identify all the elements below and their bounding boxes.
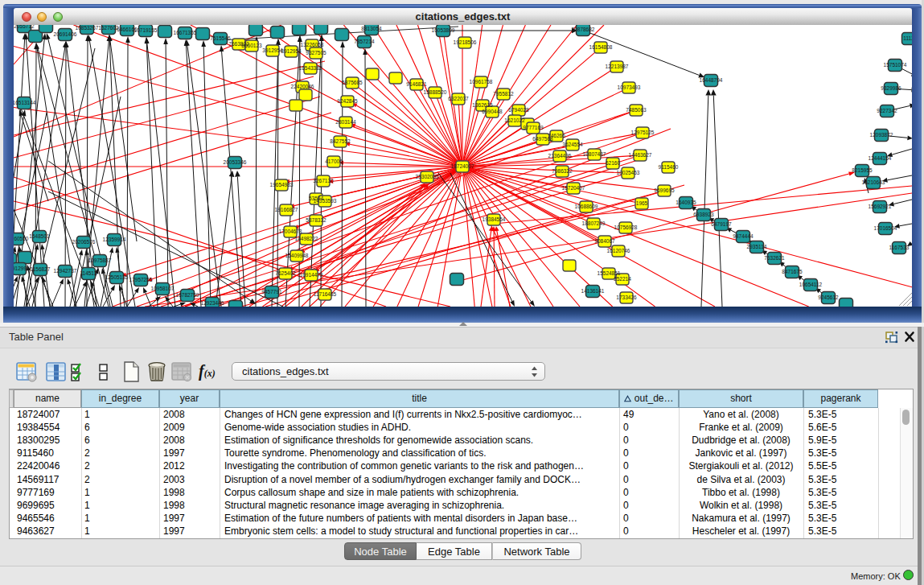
svg-text:7986322: 7986322 — [552, 168, 573, 174]
svg-text:6497568: 6497568 — [532, 136, 553, 142]
svg-text:8912954: 8912954 — [281, 48, 302, 54]
svg-text:13226058: 13226058 — [301, 42, 324, 47]
svg-text:9457791: 9457791 — [261, 289, 282, 295]
svg-text:9115460: 9115460 — [659, 164, 679, 170]
svg-text:2803144: 2803144 — [335, 119, 356, 125]
svg-text:1965: 1965 — [636, 200, 648, 206]
svg-text:15888520: 15888520 — [424, 89, 447, 95]
svg-text:5878332: 5878332 — [306, 217, 326, 223]
svg-text:1167533: 1167533 — [889, 245, 910, 250]
svg-text:20878682: 20878682 — [572, 27, 595, 32]
svg-text:62160: 62160 — [606, 160, 620, 166]
svg-text:18807249: 18807249 — [582, 220, 606, 226]
svg-text:12975125: 12975125 — [631, 130, 655, 135]
svg-text:15751074: 15751074 — [884, 62, 907, 68]
svg-text:2935114: 2935114 — [747, 244, 767, 249]
svg-text:17016504: 17016504 — [874, 225, 897, 231]
svg-text:3624554: 3624554 — [562, 142, 583, 147]
svg-text:1640935: 1640935 — [676, 200, 696, 205]
svg-text:9146821: 9146821 — [406, 81, 427, 87]
svg-text:16053809: 16053809 — [432, 27, 455, 33]
svg-text:7485063: 7485063 — [626, 107, 647, 113]
svg-text:3912954: 3912954 — [262, 47, 283, 53]
svg-text:14136141: 14136141 — [581, 288, 605, 294]
svg-text:10688609: 10688609 — [575, 204, 598, 209]
svg-text:15720407: 15720407 — [562, 185, 585, 191]
svg-text:16154808: 16154808 — [589, 44, 613, 50]
svg-text:19218506: 19218506 — [454, 39, 477, 45]
svg-text:1621022: 1621022 — [504, 117, 525, 123]
svg-text:22420046: 22420046 — [291, 84, 314, 89]
svg-text:8427552: 8427552 — [330, 138, 351, 144]
svg-text:19384554: 19384554 — [483, 216, 506, 222]
svg-text:1362615: 1362615 — [472, 102, 493, 108]
svg-text:7857214: 7857214 — [354, 39, 375, 44]
svg-text:8471675: 8471675 — [782, 269, 803, 274]
svg-text:10961758: 10961758 — [470, 79, 493, 84]
svg-text:1112: 1112 — [903, 35, 912, 41]
svg-text:9329986: 9329986 — [881, 85, 901, 91]
svg-text:16914479: 16914479 — [300, 272, 323, 278]
svg-text:9777169: 9777169 — [523, 125, 544, 130]
svg-text:14353593: 14353593 — [314, 198, 337, 204]
svg-text:9699695: 9699695 — [654, 187, 675, 193]
svg-text:12093872: 12093872 — [870, 132, 893, 138]
svg-text:6479197: 6479197 — [711, 221, 732, 227]
svg-text:25302035: 25302035 — [416, 174, 439, 179]
svg-text:10973493: 10973493 — [618, 84, 641, 90]
svg-text:10756928: 10756928 — [614, 225, 638, 230]
svg-text:10025453: 10025453 — [617, 170, 640, 175]
svg-text:12213987: 12213987 — [606, 64, 629, 69]
svg-text:9245612: 9245612 — [818, 295, 839, 300]
svg-text:14498222: 14498222 — [295, 236, 318, 241]
svg-text:15524851: 15524851 — [598, 270, 621, 276]
svg-text:5875685: 5875685 — [342, 80, 363, 85]
svg-text:14463627: 14463627 — [629, 152, 652, 158]
svg-text:15409948: 15409948 — [285, 253, 309, 258]
svg-text:9327505: 9327505 — [306, 50, 326, 56]
svg-text:9474444: 9474444 — [733, 233, 754, 239]
svg-text:9242845: 9242845 — [337, 98, 358, 104]
svg-text:19654983: 19654983 — [270, 182, 294, 187]
svg-text:3267130: 3267130 — [313, 178, 334, 183]
svg-text:12444154: 12444154 — [869, 155, 892, 161]
svg-text:16543382: 16543382 — [299, 65, 322, 71]
svg-text:6794028: 6794028 — [508, 107, 529, 113]
svg-text:8215955: 8215955 — [852, 167, 873, 173]
svg-text:16448794: 16448794 — [700, 77, 723, 83]
svg-text:7632621: 7632621 — [764, 255, 785, 261]
svg-text:21364436: 21364436 — [548, 153, 572, 159]
svg-text:417006: 417006 — [325, 159, 343, 164]
svg-text:252214: 252214 — [614, 276, 631, 282]
svg-text:20053346: 20053346 — [224, 159, 247, 165]
svg-text:7955812: 7955812 — [493, 91, 514, 97]
svg-text:8813054: 8813054 — [361, 26, 382, 31]
svg-text:16210643: 16210643 — [862, 179, 885, 185]
svg-text:17004678: 17004678 — [279, 229, 302, 234]
svg-text:10654112: 10654112 — [799, 282, 823, 287]
svg-text:7625402: 7625402 — [275, 270, 296, 276]
svg-text:10807487: 10807487 — [583, 151, 606, 157]
svg-text:11716485: 11716485 — [314, 291, 337, 297]
svg-text:19166827: 19166827 — [275, 207, 298, 212]
svg-text:9227342: 9227342 — [877, 108, 897, 113]
svg-text:16120746: 16120746 — [607, 248, 630, 253]
svg-text:6990448: 6990448 — [482, 109, 503, 114]
svg-text:9084067: 9084067 — [594, 238, 615, 244]
svg-text:8660123: 8660123 — [241, 43, 262, 48]
svg-text:6938923: 6938923 — [693, 212, 714, 217]
svg-text:1733426: 1733426 — [616, 295, 637, 300]
svg-text:18724007: 18724007 — [451, 163, 474, 169]
svg-text:6322037: 6322037 — [448, 96, 469, 101]
svg-text:15692921: 15692921 — [869, 204, 892, 209]
